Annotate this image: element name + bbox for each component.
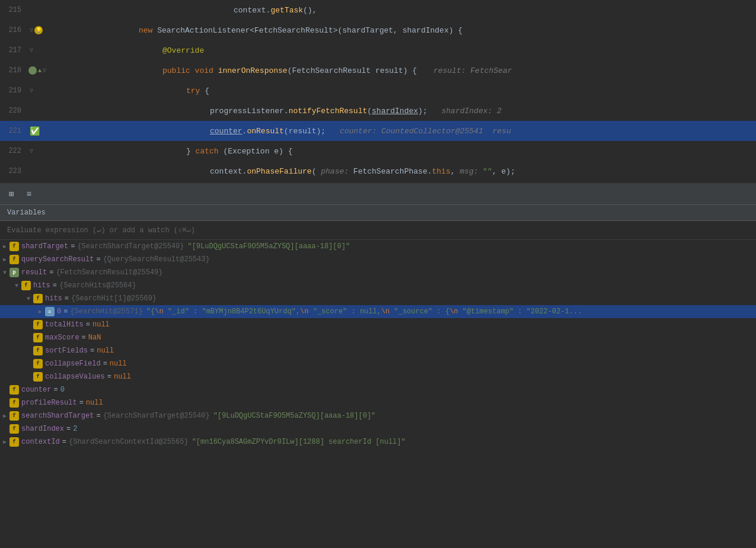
var-row-maxScore[interactable]: ▶ f maxScore = NaN xyxy=(0,331,756,344)
var-ref: {QuerySearchResult@25543} xyxy=(103,255,210,264)
expand-arrow: ▶ xyxy=(0,399,9,406)
table-view-btn[interactable]: ⊞ xyxy=(5,188,18,201)
var-eq: = xyxy=(53,281,57,290)
gutter-219: ▽ xyxy=(27,87,75,94)
var-row-result[interactable]: ▼ p result = {FetchSearchResult@25549} xyxy=(0,266,756,279)
line-number-217: 217 xyxy=(0,46,27,55)
code-editor: 215 context.getTask(), 216 ▽ 💡 new Searc… xyxy=(0,0,756,184)
expand-arrow[interactable]: ▼ xyxy=(24,296,33,302)
var-icon-f: f xyxy=(9,385,19,395)
var-icon-f: f xyxy=(9,424,19,434)
var-eq: = xyxy=(49,268,53,277)
var-eq: = xyxy=(79,399,84,407)
eval-text: Evaluate expression (↵) or add a watch (… xyxy=(7,226,195,235)
var-eq: = xyxy=(90,347,94,355)
var-ref: {SearchHits@25564} xyxy=(59,281,136,290)
var-row-profileResult[interactable]: ▶ f profileResult = null xyxy=(0,396,756,409)
var-icon-f: f xyxy=(9,437,19,447)
expand-arrow: ▶ xyxy=(0,386,9,393)
expand-arrow[interactable]: ▶ xyxy=(0,256,9,263)
line-content-219: try { xyxy=(75,86,756,95)
line-content-221: counter.onResult(result); counter: Count… xyxy=(75,127,756,136)
arrow-down-218: ▽ xyxy=(43,67,46,74)
expand-arrow[interactable]: ▶ xyxy=(0,438,9,446)
hint-icon-216: 💡 xyxy=(34,26,43,34)
var-name: sortFields xyxy=(45,347,88,355)
line-number-218: 218 xyxy=(0,66,27,75)
expand-arrow[interactable]: ▶ xyxy=(0,243,9,250)
expand-arrow[interactable]: ▼ xyxy=(12,283,21,289)
expand-arrow: ▶ xyxy=(24,347,33,354)
var-val: null xyxy=(92,321,110,329)
var-row-querySearchResult[interactable]: ▶ f querySearchResult = {QuerySearchResu… xyxy=(0,253,756,266)
var-name: querySearchResult xyxy=(21,255,94,264)
variables-label: Variables xyxy=(7,209,46,217)
list-view-btn[interactable]: ≡ xyxy=(23,188,36,201)
expand-arrow: ▶ xyxy=(0,425,9,432)
var-val: "[mn16Cya8SAGmZPYvDr0ILw][1288] searcher… xyxy=(192,438,406,446)
var-name: shardTarget xyxy=(21,242,68,251)
var-name: 0 xyxy=(57,307,61,316)
var-val: 2 xyxy=(73,425,77,433)
var-eq: = xyxy=(62,438,66,446)
var-icon-f: f xyxy=(33,294,43,303)
eval-bar[interactable]: Evaluate expression (↵) or add a watch (… xyxy=(0,221,756,240)
var-val: "[9LuDQgUCStaF9O5M5aZYSQ][aaaa-18][0]" xyxy=(187,242,350,251)
toolbar: ⊞ ≡ xyxy=(0,184,756,205)
var-row-hit0[interactable]: ▶ ≡ 0 = {SearchHit@25571} "{\n "_id" : "… xyxy=(0,305,756,318)
breakpoint-218 xyxy=(28,66,37,75)
var-row-collapseField[interactable]: ▶ f collapseField = null xyxy=(0,357,756,370)
line-number-219: 219 xyxy=(0,86,27,95)
var-eq: = xyxy=(107,373,111,381)
var-row-hits2[interactable]: ▼ f hits = {SearchHit[1]@25569} xyxy=(0,292,756,305)
var-eq: = xyxy=(65,294,69,303)
var-icon-f: f xyxy=(9,242,19,251)
line-content-222: } catch (Exception e) { xyxy=(75,147,756,156)
var-val: null xyxy=(97,347,114,355)
var-row-searchShardTarget[interactable]: ▶ f searchShardTarget = {SearchShardTarg… xyxy=(0,409,756,422)
var-icon-table: ≡ xyxy=(45,307,55,316)
var-row-shardIndex[interactable]: ▶ f shardIndex = 2 xyxy=(0,422,756,435)
expand-arrow[interactable]: ▶ xyxy=(0,412,9,419)
gutter-218: ▲ ▽ xyxy=(27,66,75,75)
var-name: hits xyxy=(45,294,62,303)
var-val: null xyxy=(86,399,103,407)
gutter-217: ▽ xyxy=(27,47,75,54)
var-val: "[9LuDQgUCStaF9O5M5aZYSQ][aaaa-18][0]" xyxy=(213,412,376,420)
var-icon-f: f xyxy=(21,281,31,290)
line-content-217: @Override xyxy=(75,46,756,55)
expand-arrow: ▶ xyxy=(24,373,33,380)
var-row-sortFields[interactable]: ▶ f sortFields = null xyxy=(0,344,756,357)
expand-arrow: ▶ xyxy=(24,360,33,367)
var-row-collapseValues[interactable]: ▶ f collapseValues = null xyxy=(0,370,756,383)
expand-arrow[interactable]: ▶ xyxy=(36,308,45,315)
line-content-216: new SearchActionListener<FetchSearchResu… xyxy=(75,26,756,35)
expand-arrow[interactable]: ▼ xyxy=(0,270,9,276)
code-line-218: 218 ▲ ▽ public void innerOnResponse(Fetc… xyxy=(0,60,756,81)
var-eq: = xyxy=(82,334,86,342)
code-line-215: 215 context.getTask(), xyxy=(0,0,756,20)
var-row-contextId[interactable]: ▶ f contextId = {ShardSearchContextId@25… xyxy=(0,435,756,448)
arrow-down-216: ▽ xyxy=(30,27,33,34)
var-ref: {SearchHit[1]@25569} xyxy=(71,294,157,303)
variables-header: Variables xyxy=(0,205,756,221)
line-number-222: 222 xyxy=(0,147,27,155)
var-ref: {SearchHit@25571} xyxy=(70,307,142,316)
var-row-shardTarget[interactable]: ▶ f shardTarget = {SearchShardTarget@255… xyxy=(0,240,756,253)
var-val: null xyxy=(114,373,131,381)
var-eq: = xyxy=(96,412,100,420)
var-row-counter[interactable]: ▶ f counter = 0 xyxy=(0,383,756,396)
var-name: counter xyxy=(21,386,51,394)
var-name: hits xyxy=(33,281,50,290)
var-name: searchShardTarget xyxy=(21,412,94,420)
var-row-totalHits[interactable]: ▶ f totalHits = null xyxy=(0,318,756,331)
var-eq: = xyxy=(66,425,71,433)
var-icon-f: f xyxy=(33,372,43,382)
var-eq: = xyxy=(53,386,58,394)
var-icon-f: f xyxy=(9,398,19,408)
gutter-216: ▽ 💡 xyxy=(27,26,75,34)
arrow-up-218: ▲ xyxy=(38,68,42,74)
var-name: totalHits xyxy=(45,321,84,329)
var-row-hits1[interactable]: ▼ f hits = {SearchHits@25564} xyxy=(0,279,756,292)
var-name: result xyxy=(21,268,47,277)
